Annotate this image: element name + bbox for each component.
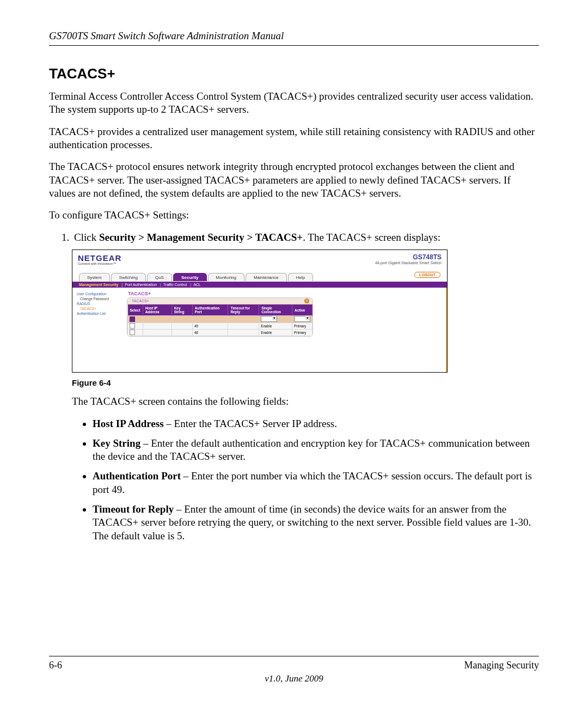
field-desc: – Enter the default authentication and e…	[93, 437, 530, 462]
row1-key	[171, 323, 192, 330]
checkbox-icon[interactable]	[130, 323, 135, 328]
footer-rule	[49, 656, 539, 656]
edit-active[interactable]	[292, 316, 312, 323]
brand-logo: NETGEAR Connect with Innovation™	[78, 253, 121, 265]
field-desc: – Enter the TACACS+ Server IP address.	[164, 418, 337, 429]
field-name: Timeout for Reply	[93, 503, 174, 515]
edit-select[interactable]	[128, 316, 143, 323]
step-1-path: Security > Management Security > TACACS+	[99, 232, 303, 243]
chapter-name: Managing Security	[464, 660, 539, 671]
product-model: GS748TS	[375, 253, 442, 261]
edit-host-ip[interactable]	[143, 316, 171, 323]
product-id: GS748TS 48-port Gigabit Stackable Smart …	[375, 253, 442, 265]
field-list: Host IP Address – Enter the TACACS+ Serv…	[71, 417, 539, 543]
step-1: Click Security > Management Security > T…	[72, 231, 539, 245]
section-title: TACACS+	[49, 65, 539, 82]
tab-security[interactable]: Security	[173, 273, 207, 281]
after-figure-para: The TACACS+ screen contains the followin…	[72, 395, 539, 408]
field-timeout: Timeout for Reply – Enter the amount of …	[93, 503, 539, 543]
checkbox-icon[interactable]	[130, 317, 135, 322]
row2-select[interactable]	[128, 330, 143, 336]
edit-auth-port[interactable]	[192, 316, 228, 323]
intro-para-3: The TACACS+ protocol ensures network int…	[49, 160, 539, 200]
row1-timeout	[228, 323, 259, 330]
page-footer: 6-6 Managing Security v1.0, June 2009	[49, 652, 539, 684]
tab-switching[interactable]: Switching	[111, 273, 146, 281]
logout-button[interactable]: LOGOUT	[414, 272, 440, 278]
tab-maintenance[interactable]: Maintenance	[246, 273, 287, 281]
dropdown-icon[interactable]	[261, 316, 277, 322]
row2-single: Enable	[259, 330, 292, 336]
row1-active: Primary	[292, 323, 312, 330]
page-number: 6-6	[49, 660, 62, 671]
tacacs-panel: TACACS+ ? Select Host IP Address Key Str…	[127, 297, 313, 337]
header-rule	[49, 45, 539, 46]
row2-port: 48	[192, 330, 228, 336]
field-auth-port: Authentication Port – Enter the port num…	[93, 470, 539, 496]
main-tabbar: System Switching QoS Security Monitoring…	[72, 272, 447, 282]
sub-tabbar: Management Security Port Authentication …	[72, 282, 447, 288]
field-key-string: Key String – Enter the default authentic…	[93, 437, 539, 464]
field-name: Authentication Port	[93, 470, 181, 482]
sidenav-tacacs[interactable]: TACACS+	[80, 307, 121, 311]
row1-select[interactable]	[128, 323, 143, 330]
embedded-screenshot: NETGEAR Connect with Innovation™ GS748TS…	[72, 249, 448, 373]
panel-title: TACACS+	[128, 291, 443, 296]
row2-key	[171, 330, 192, 336]
subtab-traffic-control[interactable]: Traffic Control	[163, 283, 191, 287]
help-icon[interactable]: ?	[304, 299, 309, 303]
step-1-prefix: Click	[74, 232, 99, 243]
brand-text: NETGEAR	[78, 253, 121, 263]
step-list: Click Security > Management Security > T…	[49, 231, 539, 245]
th-key-string: Key String	[171, 305, 192, 316]
edit-timeout[interactable]	[228, 316, 259, 323]
tab-help[interactable]: Help	[288, 273, 313, 281]
intro-para-1: Terminal Access Controller Access Contro…	[49, 90, 539, 117]
field-host-ip: Host IP Address – Enter the TACACS+ Serv…	[93, 417, 539, 430]
subtab-port-auth[interactable]: Port Authentication	[125, 283, 161, 287]
subtab-mgmt-security[interactable]: Management Security	[79, 283, 122, 287]
row1-host	[143, 323, 171, 330]
intro-para-2: TACACS+ provides a centralized user mana…	[49, 125, 539, 152]
row1-port: 49	[192, 323, 228, 330]
side-nav: User Configuration Change Password RADIU…	[72, 288, 124, 372]
tab-system[interactable]: System	[79, 273, 110, 281]
running-header: GS700TS Smart Switch Software Administra…	[49, 30, 539, 42]
figure-caption: Figure 6-4	[72, 378, 539, 387]
dropdown-icon[interactable]	[294, 316, 310, 322]
panel-tab-label: TACACS+	[132, 299, 149, 303]
sidenav-auth-list[interactable]: Authentication List	[77, 312, 121, 315]
field-name: Key String	[93, 437, 140, 449]
field-name: Host IP Address	[93, 418, 164, 429]
edit-key-string[interactable]	[171, 316, 192, 323]
row2-active: Primary	[292, 330, 312, 336]
th-host-ip: Host IP Address	[143, 305, 171, 316]
table-header-row: Select Host IP Address Key String Authen…	[128, 305, 313, 316]
edit-single-conn[interactable]	[259, 316, 292, 323]
tab-qos[interactable]: QoS	[147, 273, 172, 281]
panel-tab: TACACS+ ?	[127, 298, 313, 305]
step-1-suffix: . The TACACS+ screen displays:	[303, 232, 440, 243]
row2-host	[143, 330, 171, 336]
row2-timeout	[228, 330, 259, 336]
tacacs-table: Select Host IP Address Key String Authen…	[127, 305, 313, 336]
sidenav-change-password[interactable]: Change Password	[80, 297, 121, 301]
sidenav-user-config[interactable]: User Configuration	[77, 292, 121, 296]
th-timeout: Timeout for Reply	[228, 305, 259, 316]
th-select: Select	[128, 305, 143, 316]
checkbox-icon[interactable]	[130, 330, 135, 335]
version-line: v1.0, June 2009	[49, 673, 539, 684]
intro-para-4: To configure TACACS+ Settings:	[49, 209, 539, 222]
table-edit-row	[128, 316, 313, 323]
table-row: 48 Enable Primary	[128, 330, 313, 336]
brand-tagline: Connect with Innovation™	[78, 262, 121, 265]
th-active: Active	[292, 305, 312, 316]
table-row: 49 Enable Primary	[128, 323, 313, 330]
th-single-conn: Single Connection	[259, 305, 292, 316]
sidenav-radius[interactable]: RADIUS	[77, 302, 121, 306]
th-auth-port: Authentication Port	[192, 305, 228, 316]
tab-monitoring[interactable]: Monitoring	[208, 273, 244, 281]
row1-single: Enable	[259, 323, 292, 330]
subtab-acl[interactable]: ACL	[193, 283, 201, 287]
product-desc: 48-port Gigabit Stackable Smart Switch	[375, 261, 442, 265]
